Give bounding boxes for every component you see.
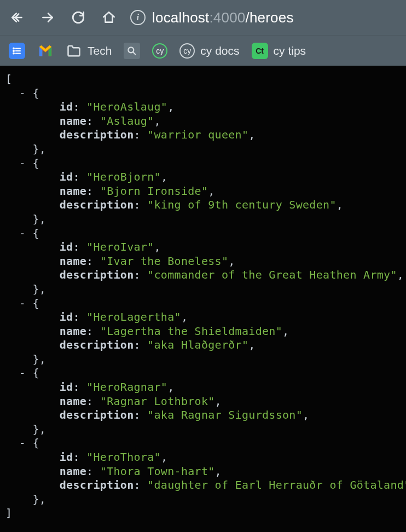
- bookmark-gmail[interactable]: [36, 41, 55, 61]
- json-response-body: [ - { id: "HeroAslaug", name: "Aslaug", …: [0, 66, 406, 532]
- bookmark-tech-folder[interactable]: Tech: [65, 41, 113, 61]
- bookmark-label: cy tips: [274, 44, 306, 57]
- bookmark-bar: Tech cy cy cy docs Ct cy tips: [0, 35, 406, 66]
- svg-point-6: [13, 48, 14, 49]
- cypress-icon: cy: [179, 43, 195, 59]
- url-bar[interactable]: i localhost:4000/heroes: [130, 9, 398, 26]
- bookmark-search[interactable]: [123, 41, 141, 61]
- cypress-icon: cy: [152, 43, 167, 59]
- folder-icon: [66, 43, 82, 59]
- cypress-tips-icon: Ct: [252, 43, 268, 59]
- url-port: :4000: [209, 9, 245, 26]
- back-button[interactable]: [8, 8, 26, 27]
- url-text: localhost:4000/heroes: [152, 9, 294, 26]
- svg-point-8: [13, 53, 14, 54]
- url-path: /heroes: [246, 9, 294, 26]
- url-host: localhost: [152, 9, 209, 26]
- bookmark-cy-tips[interactable]: Ct cy tips: [251, 41, 308, 61]
- bookmark-cy-docs[interactable]: cy cy docs: [178, 41, 240, 61]
- browser-toolbar: i localhost:4000/heroes: [0, 0, 406, 35]
- search-icon: [124, 43, 140, 59]
- bookmark-cypress-1[interactable]: cy: [151, 41, 169, 61]
- gmail-icon: [37, 43, 54, 59]
- bookmark-label: cy docs: [200, 44, 239, 57]
- bookmark-label: Tech: [88, 44, 112, 57]
- svg-point-7: [13, 50, 14, 51]
- list-icon: [9, 43, 25, 59]
- svg-line-10: [134, 52, 136, 54]
- info-icon[interactable]: i: [130, 10, 146, 25]
- bookmark-list-app[interactable]: [8, 41, 26, 61]
- home-button[interactable]: [100, 8, 118, 27]
- reload-button[interactable]: [69, 8, 88, 27]
- forward-button[interactable]: [38, 8, 57, 27]
